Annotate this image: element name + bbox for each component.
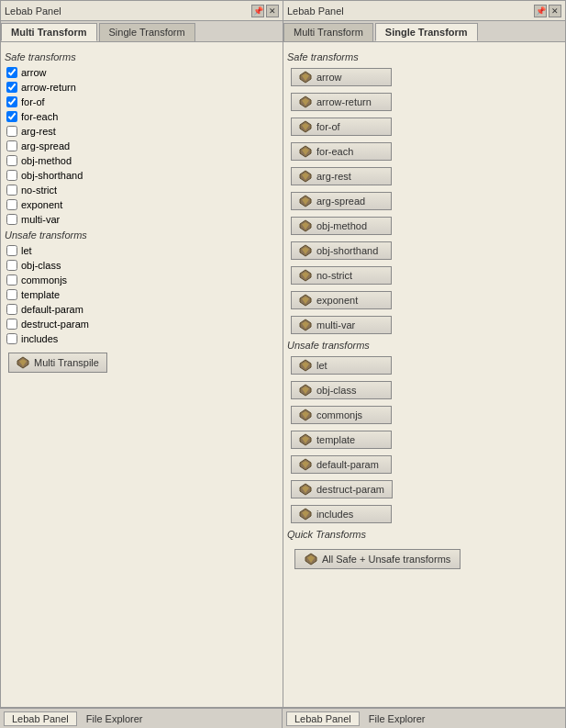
- list-item: for-of: [5, 95, 279, 108]
- transform-btn-exponent[interactable]: exponent: [291, 291, 392, 309]
- transform-btn-template[interactable]: template: [291, 431, 392, 449]
- checkbox-obj-shorthand[interactable]: [6, 170, 17, 181]
- multi-transpile-button[interactable]: Multi Transpile: [8, 353, 107, 373]
- bottom-right-tab-explorer[interactable]: File Explorer: [361, 712, 433, 725]
- label-includes: includes: [21, 333, 58, 344]
- btn-label: default-param: [316, 459, 379, 470]
- gem-icon: [299, 433, 312, 446]
- right-panel-controls: 📌 ✕: [534, 5, 561, 17]
- list-item: arg-rest: [5, 125, 279, 138]
- gem-icon: [299, 120, 312, 133]
- list-item: arg-spread: [5, 140, 279, 152]
- transform-btn-obj-class[interactable]: obj-class: [291, 381, 392, 399]
- bottom-left-section: Lebab Panel File Explorer: [0, 709, 283, 728]
- right-tab-single[interactable]: Single Transform: [375, 23, 478, 41]
- left-tab-single[interactable]: Single Transform: [99, 23, 195, 41]
- bottom-right-tab-lebab[interactable]: Lebab Panel: [286, 711, 360, 726]
- checkbox-includes[interactable]: [6, 333, 17, 344]
- right-tab-multi[interactable]: Multi Transform: [283, 23, 373, 41]
- right-panel-title: Lebab Panel: [287, 6, 344, 17]
- list-item: obj-shorthand: [287, 240, 561, 262]
- btn-label: no-strict: [316, 270, 352, 281]
- bottom-left-tab-lebab[interactable]: Lebab Panel: [4, 711, 77, 726]
- checkbox-template[interactable]: [6, 289, 17, 300]
- list-item: includes: [5, 332, 279, 345]
- btn-label: for-of: [316, 121, 340, 132]
- all-transforms-button[interactable]: All Safe + Unsafe transforms: [294, 549, 461, 569]
- gem-icon: [299, 219, 312, 232]
- transform-btn-no-strict[interactable]: no-strict: [291, 266, 392, 285]
- right-panel-close-btn[interactable]: ✕: [549, 5, 561, 17]
- bottom-right-section: Lebab Panel File Explorer: [283, 709, 566, 728]
- transform-btn-arrow-return[interactable]: arrow-return: [291, 93, 392, 111]
- transform-btn-destruct-param[interactable]: destruct-param: [291, 480, 393, 498]
- label-arrow-return: arrow-return: [21, 82, 76, 93]
- transform-btn-let[interactable]: let: [291, 356, 392, 375]
- right-panel: Lebab Panel 📌 ✕ Multi Transform Single T…: [283, 0, 566, 708]
- left-panel: Lebab Panel 📌 ✕ Multi Transform Single T…: [0, 0, 283, 708]
- checkbox-arg-rest[interactable]: [6, 126, 17, 137]
- left-panel-titlebar: Lebab Panel 📌 ✕: [1, 1, 283, 21]
- list-item: arg-spread: [287, 190, 561, 212]
- transform-btn-for-of[interactable]: for-of: [291, 118, 392, 136]
- gem-icon: [299, 294, 312, 307]
- btn-label: template: [316, 434, 355, 445]
- checkbox-exponent[interactable]: [6, 199, 17, 210]
- left-panel-controls: 📌 ✕: [251, 5, 279, 17]
- gem-icon: [299, 269, 312, 282]
- bottom-left-tab-explorer[interactable]: File Explorer: [79, 712, 150, 725]
- checkbox-multi-var[interactable]: [6, 214, 17, 225]
- btn-label: for-each: [316, 146, 353, 157]
- btn-label: obj-shorthand: [316, 245, 378, 256]
- checkbox-obj-class[interactable]: [6, 260, 17, 271]
- transform-btn-multi-var[interactable]: multi-var: [291, 316, 392, 334]
- left-tab-multi[interactable]: Multi Transform: [1, 23, 97, 41]
- right-panel-pin-btn[interactable]: 📌: [534, 5, 547, 17]
- transform-btn-includes[interactable]: includes: [291, 505, 392, 523]
- gem-icon: [299, 71, 312, 84]
- transform-btn-arg-spread[interactable]: arg-spread: [291, 192, 392, 210]
- checkbox-arrow-return[interactable]: [6, 82, 17, 93]
- transform-btn-arg-rest[interactable]: arg-rest: [291, 167, 392, 185]
- gem-icon: [299, 483, 312, 496]
- checkbox-arrow[interactable]: [6, 67, 17, 78]
- gem-icon: [299, 244, 312, 257]
- left-panel-pin-btn[interactable]: 📌: [251, 5, 264, 17]
- checkbox-obj-method[interactable]: [6, 155, 17, 166]
- checkbox-let[interactable]: [6, 245, 17, 256]
- transform-btn-obj-method[interactable]: obj-method: [291, 217, 392, 235]
- checkbox-destruct-param[interactable]: [6, 319, 17, 330]
- list-item: default-param: [5, 303, 279, 316]
- transform-btn-obj-shorthand[interactable]: obj-shorthand: [291, 241, 392, 260]
- left-safe-label: Safe transforms: [5, 51, 279, 62]
- list-item: arrow: [287, 66, 561, 88]
- transform-btn-for-each[interactable]: for-each: [291, 142, 392, 161]
- label-no-strict: no-strict: [21, 185, 57, 196]
- checkbox-arg-spread[interactable]: [6, 140, 17, 151]
- gem-icon: [299, 170, 312, 183]
- btn-label: exponent: [316, 295, 358, 306]
- list-item: arg-rest: [287, 165, 561, 187]
- label-for-each: for-each: [21, 111, 58, 122]
- checkbox-default-param[interactable]: [6, 304, 17, 315]
- multi-transpile-label: Multi Transpile: [34, 357, 99, 368]
- list-item: let: [287, 354, 561, 376]
- checkbox-for-each[interactable]: [6, 111, 17, 122]
- transform-btn-commonjs[interactable]: commonjs: [291, 406, 392, 424]
- checkbox-for-of[interactable]: [6, 96, 17, 107]
- list-item: obj-method: [287, 215, 561, 237]
- label-commonjs: commonjs: [21, 274, 67, 286]
- left-panel-close-btn[interactable]: ✕: [266, 5, 279, 17]
- checkbox-no-strict[interactable]: [6, 185, 17, 196]
- checkbox-commonjs[interactable]: [6, 274, 17, 286]
- list-item: for-of: [287, 116, 561, 138]
- right-quick-label: Quick Transforms: [287, 529, 561, 540]
- label-destruct-param: destruct-param: [21, 319, 89, 330]
- gem-icon: [305, 553, 317, 566]
- transform-btn-default-param[interactable]: default-param: [291, 455, 392, 474]
- list-item: for-each: [5, 110, 279, 123]
- list-item: no-strict: [5, 184, 279, 196]
- gem-icon: [299, 359, 312, 372]
- transform-btn-arrow[interactable]: arrow: [291, 68, 392, 86]
- gem-icon: [299, 319, 312, 331]
